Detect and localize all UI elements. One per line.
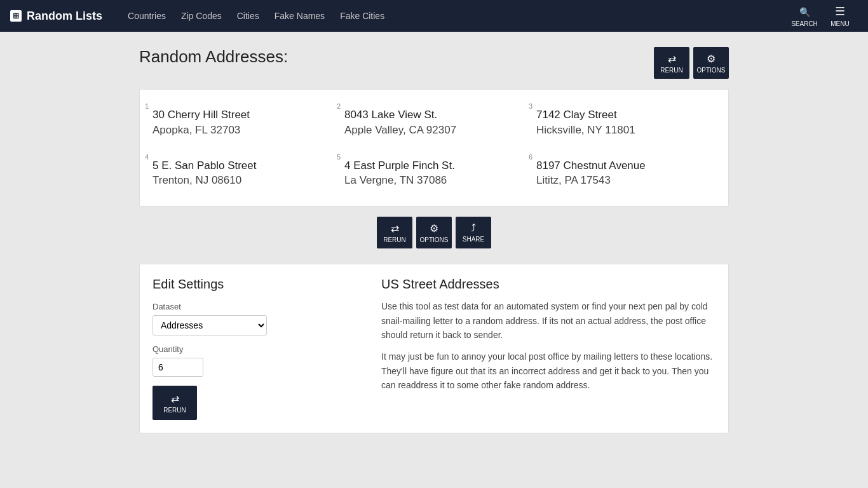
address-street: 8043 Lake View St. xyxy=(344,107,524,123)
address-item: 6 8197 Chestnut Avenue Lititz, PA 17543 xyxy=(536,153,715,194)
rerun-label-top: RERUN xyxy=(660,67,683,74)
rerun-button-top[interactable]: RERUN xyxy=(654,47,689,79)
options-label-top: OPTIONS xyxy=(696,67,725,74)
options-icon-top xyxy=(707,53,715,65)
nav-links: Countries Zip Codes Cities Fake Names Fa… xyxy=(128,11,787,21)
bottom-actions: RERUN OPTIONS SHARE xyxy=(139,217,729,248)
share-button[interactable]: SHARE xyxy=(456,217,491,248)
page-title: Random Addresses: xyxy=(139,47,288,67)
nav-actions: SEARCH MENU xyxy=(787,0,858,32)
address-city: La Vergne, TN 37086 xyxy=(344,173,524,188)
address-city: Trenton, NJ 08610 xyxy=(153,173,332,188)
address-city: Lititz, PA 17543 xyxy=(536,173,715,188)
share-icon xyxy=(471,222,476,234)
info-paragraph-1: Use this tool as test data for an automa… xyxy=(381,299,715,342)
brand-link[interactable]: ⊞ Random Lists xyxy=(10,10,102,23)
quantity-label: Quantity xyxy=(153,344,356,354)
address-item: 3 7142 Clay Street Hicksville, NY 11801 xyxy=(536,102,715,143)
address-city: Hicksville, NY 11801 xyxy=(536,123,715,138)
info-paragraph-2: It may just be fun to annoy your local p… xyxy=(381,349,715,392)
address-number: 5 xyxy=(337,153,341,161)
dataset-label: Dataset xyxy=(153,302,356,311)
page-content: Random Addresses: RERUN OPTIONS 1 30 Che… xyxy=(129,32,739,449)
brand-icon: ⊞ xyxy=(10,10,22,22)
nav-zip-codes[interactable]: Zip Codes xyxy=(181,11,222,21)
nav-cities[interactable]: Cities xyxy=(237,11,259,21)
addresses-grid: 1 30 Cherry Hill Street Apopka, FL 32703… xyxy=(153,102,715,193)
info-panel: US Street Addresses Use this tool as tes… xyxy=(381,277,715,400)
header-actions: RERUN OPTIONS xyxy=(654,47,729,79)
settings-title: Edit Settings xyxy=(153,277,356,292)
address-number: 4 xyxy=(145,153,149,161)
options-button-top[interactable]: OPTIONS xyxy=(693,47,729,79)
edit-section: Edit Settings Dataset AddressesNamesCiti… xyxy=(139,264,729,433)
rerun-button-bottom[interactable]: RERUN xyxy=(377,217,412,248)
brand-name: Random Lists xyxy=(27,10,102,23)
search-label: SEARCH xyxy=(791,20,818,27)
nav-fake-names[interactable]: Fake Names xyxy=(275,11,325,21)
address-number: 2 xyxy=(337,102,341,110)
rerun-icon-bottom xyxy=(391,222,399,234)
share-label: SHARE xyxy=(463,236,484,243)
address-number: 6 xyxy=(529,153,532,161)
rerun-button-settings[interactable]: RERUN xyxy=(153,386,197,420)
address-item: 5 4 East Purple Finch St. La Vergne, TN … xyxy=(344,153,524,194)
address-street: 30 Cherry Hill Street xyxy=(153,107,332,123)
address-item: 2 8043 Lake View St. Apple Valley, CA 92… xyxy=(344,102,524,143)
rerun-label-bottom: RERUN xyxy=(383,236,406,243)
address-city: Apopka, FL 32703 xyxy=(153,123,332,138)
search-button[interactable]: SEARCH xyxy=(787,0,822,32)
address-street: 4 East Purple Finch St. xyxy=(344,158,524,173)
rerun-icon-settings xyxy=(171,393,179,405)
navbar: ⊞ Random Lists Countries Zip Codes Citie… xyxy=(0,0,868,32)
menu-icon xyxy=(835,4,845,18)
address-item: 4 5 E. San Pablo Street Trenton, NJ 0861… xyxy=(153,153,332,194)
search-icon xyxy=(799,5,810,18)
dataset-select[interactable]: AddressesNamesCitiesCountries xyxy=(153,315,267,336)
rerun-label-settings: RERUN xyxy=(163,407,186,414)
address-street: 7142 Clay Street xyxy=(536,107,715,123)
options-icon-bottom xyxy=(430,222,438,234)
nav-countries[interactable]: Countries xyxy=(128,11,166,21)
quantity-input[interactable] xyxy=(153,358,203,377)
menu-label: MENU xyxy=(831,20,849,27)
address-number: 3 xyxy=(529,102,532,110)
page-header: Random Addresses: RERUN OPTIONS xyxy=(139,47,729,79)
address-item: 1 30 Cherry Hill Street Apopka, FL 32703 xyxy=(153,102,332,143)
address-city: Apple Valley, CA 92307 xyxy=(344,123,524,138)
settings-panel: Edit Settings Dataset AddressesNamesCiti… xyxy=(153,277,356,420)
address-street: 8197 Chestnut Avenue xyxy=(536,158,715,173)
address-street: 5 E. San Pablo Street xyxy=(153,158,332,173)
options-label-bottom: OPTIONS xyxy=(419,236,448,243)
address-number: 1 xyxy=(145,102,149,110)
nav-fake-cities[interactable]: Fake Cities xyxy=(340,11,384,21)
addresses-container: 1 30 Cherry Hill Street Apopka, FL 32703… xyxy=(139,89,729,207)
options-button-bottom[interactable]: OPTIONS xyxy=(416,217,452,248)
info-title: US Street Addresses xyxy=(381,277,715,292)
menu-button[interactable]: MENU xyxy=(822,0,858,32)
rerun-icon-top xyxy=(668,53,676,65)
